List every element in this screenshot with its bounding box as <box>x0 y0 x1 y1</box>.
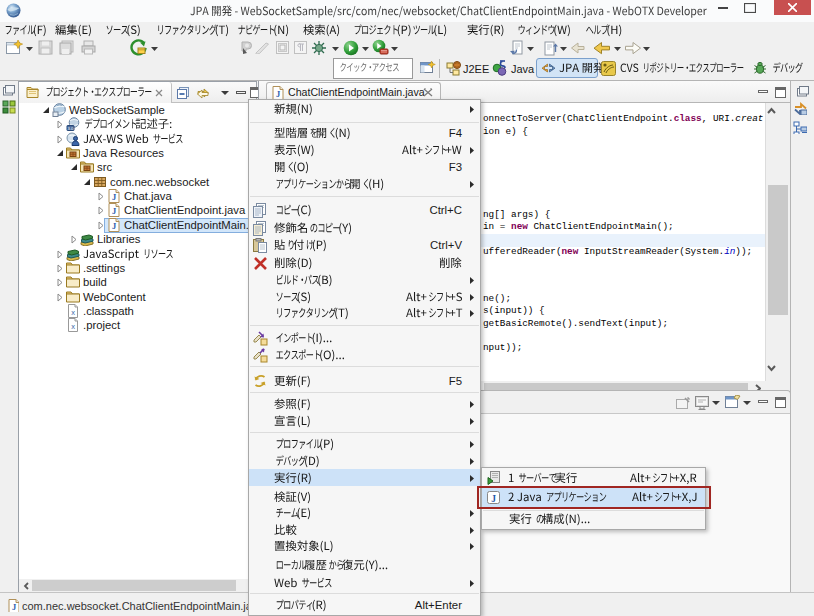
svg-text:3.0: 3.0 <box>68 126 74 131</box>
svg-text:x: x <box>71 308 75 317</box>
svg-text:x: x <box>71 322 75 331</box>
